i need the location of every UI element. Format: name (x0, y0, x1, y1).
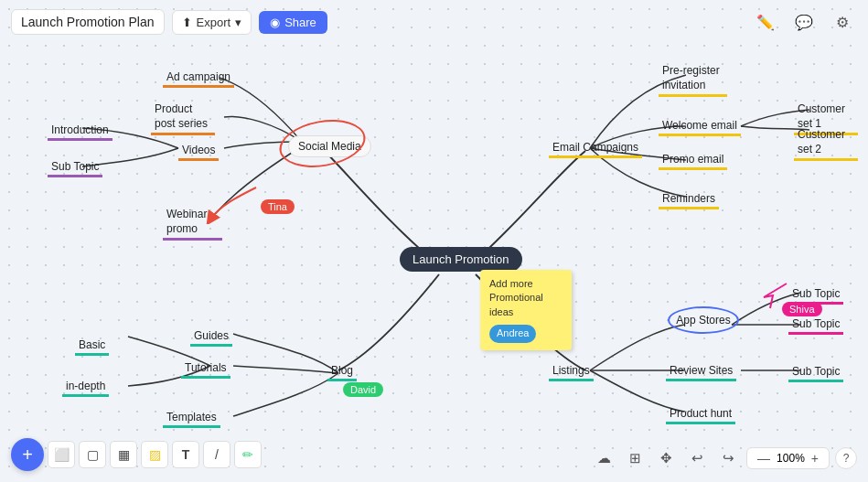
sub-topic-left-label: Sub Topic (48, 158, 102, 177)
zoom-level: 100% (777, 452, 805, 465)
undo-button[interactable]: ↩ (684, 445, 710, 471)
pen-tool[interactable]: ✏ (234, 441, 262, 468)
share-label: Share (284, 16, 316, 29)
product-post-node[interactable]: Product post series (151, 101, 215, 135)
in-depth-label: in-depth (62, 378, 109, 397)
tina-cursor: Tina (261, 199, 295, 214)
export-button[interactable]: ⬆ Export ▾ (172, 10, 252, 35)
move-icon[interactable]: ✥ (653, 445, 679, 471)
guides-label: Guides (190, 327, 232, 347)
reminders-node[interactable]: Reminders (659, 190, 719, 209)
zoom-out-button[interactable]: — (755, 451, 773, 466)
sticky-note-text: Add more Promotional ideas (489, 278, 543, 317)
ad-campaign-label: Ad campaign (163, 69, 234, 88)
promo-email-node[interactable]: Promo email (659, 151, 727, 170)
videos-node[interactable]: Videos (178, 142, 219, 161)
sub-topic-r3-node[interactable]: Sub Topic (788, 363, 843, 382)
welcome-email-node[interactable]: Welcome email (659, 117, 741, 136)
reminders-label: Reminders (659, 190, 719, 209)
promo-email-label: Promo email (659, 151, 727, 170)
tutorials-label: Tutorials (181, 359, 230, 379)
review-sites-node[interactable]: Review Sites (666, 362, 736, 381)
pre-register-label: Pre-register invitation (659, 62, 727, 97)
david-cursor: David (343, 382, 383, 397)
sub-topic-r3-label: Sub Topic (788, 363, 843, 382)
listings-node[interactable]: Listings (549, 362, 594, 381)
header: Launch Promotion Plan ⬆ Export ▾ ◉ Share… (0, 0, 868, 44)
webinar-promo-label: Webinar promo (163, 206, 222, 241)
redo-button[interactable]: ↪ (715, 445, 741, 471)
export-label: Export (197, 16, 231, 29)
center-node[interactable]: Launch Promotion (400, 252, 522, 266)
edit-icon[interactable]: ✏️ (751, 7, 780, 37)
cloud-icon[interactable]: ☁ (591, 445, 616, 471)
introduction-node[interactable]: Introduction (48, 122, 113, 141)
blog-label: Blog (327, 362, 357, 381)
export-icon: ⬆ (182, 16, 192, 29)
sticky-tool[interactable]: ▨ (141, 441, 168, 468)
blog-node[interactable]: Blog (327, 362, 357, 381)
tutorials-node[interactable]: Tutorials (181, 359, 230, 379)
table-tool[interactable]: ▦ (110, 441, 137, 468)
zoom-control: — 100% + (746, 447, 830, 469)
center-label: Launch Promotion (400, 247, 522, 272)
email-campaigns-label: Email Campaigns (549, 139, 642, 158)
guides-node[interactable]: Guides (190, 327, 232, 347)
product-hunt-node[interactable]: Product hunt (666, 405, 735, 424)
welcome-email-label: Welcome email (659, 117, 741, 136)
customer-set-2-label: Customer set 2 (794, 126, 858, 161)
document-title[interactable]: Launch Promotion Plan (11, 9, 165, 35)
introduction-label: Introduction (48, 122, 113, 141)
sub-topic-r2-node[interactable]: Sub Topic (788, 316, 843, 335)
pre-register-node[interactable]: Pre-register invitation (659, 62, 727, 97)
export-chevron-icon: ▾ (235, 16, 241, 29)
share-button[interactable]: ◉ Share (259, 11, 327, 34)
help-button[interactable]: ? (835, 447, 857, 469)
app-stores-circle[interactable]: App Stores (668, 306, 739, 334)
customer-set-2-node[interactable]: Customer set 2 (794, 126, 858, 161)
templates-label: Templates (163, 409, 220, 428)
comment-icon[interactable]: 💬 (789, 7, 819, 37)
app-stores-label: App Stores (676, 314, 730, 327)
line-tool[interactable]: / (203, 441, 230, 468)
product-post-label: Product post series (151, 101, 215, 135)
shiva-cursor: Shiva (782, 302, 822, 316)
basic-label: Basic (75, 337, 109, 356)
ad-campaign-node[interactable]: Ad campaign (163, 69, 234, 88)
email-campaigns-node[interactable]: Email Campaigns (549, 139, 642, 158)
header-actions: ✏️ 💬 ⚙ (751, 7, 857, 37)
sub-topic-r2-label: Sub Topic (788, 316, 843, 335)
webinar-promo-node[interactable]: Webinar promo (163, 206, 222, 241)
add-button[interactable]: + (11, 438, 44, 471)
circle-annotation (275, 113, 369, 174)
sub-topic-left-node[interactable]: Sub Topic (48, 158, 102, 177)
share-icon: ◉ (270, 16, 280, 29)
review-sites-label: Review Sites (666, 362, 736, 381)
grid-icon[interactable]: ⊞ (622, 445, 648, 471)
square-tool[interactable]: ▢ (79, 441, 106, 468)
basic-node[interactable]: Basic (75, 337, 109, 356)
text-tool[interactable]: T (172, 441, 199, 468)
settings-icon[interactable]: ⚙ (828, 7, 857, 37)
product-hunt-label: Product hunt (666, 405, 735, 424)
bottom-right-controls: ☁ ⊞ ✥ ↩ ↪ — 100% + ? (591, 445, 857, 471)
videos-label: Videos (178, 142, 219, 161)
rectangle-tool[interactable]: ⬜ (48, 441, 75, 468)
in-depth-node[interactable]: in-depth (62, 378, 109, 397)
zoom-in-button[interactable]: + (809, 451, 821, 466)
sticky-note[interactable]: Add more Promotional ideas Andrea (480, 270, 572, 350)
templates-node[interactable]: Templates (163, 409, 220, 428)
andrea-cursor: Andrea (489, 325, 536, 342)
listings-label: Listings (549, 362, 594, 381)
bottom-toolbar: + ⬜ ▢ ▦ ▨ T / ✏ (11, 438, 262, 471)
